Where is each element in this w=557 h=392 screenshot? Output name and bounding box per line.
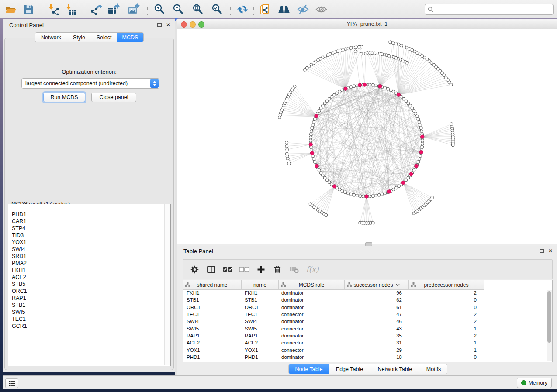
graph-node[interactable] — [418, 120, 421, 124]
float-panel-button[interactable] — [156, 22, 163, 28]
graph-node[interactable] — [311, 127, 314, 130]
graph-node[interactable] — [368, 83, 371, 86]
mcds-hub-node[interactable] — [401, 181, 405, 184]
graph-node[interactable] — [389, 89, 392, 92]
mcds-result-item[interactable]: PMA2 — [12, 260, 164, 267]
task-history-button[interactable] — [5, 378, 18, 388]
graph-node[interactable] — [278, 116, 281, 119]
graph-node[interactable] — [394, 42, 398, 45]
mcds-result-item[interactable]: STP4 — [12, 225, 164, 232]
graph-node[interactable] — [419, 155, 422, 158]
table-settings-button[interactable] — [188, 263, 201, 275]
tab-select[interactable]: Select — [91, 33, 117, 42]
graph-node[interactable] — [311, 124, 315, 127]
import-table-button[interactable] — [64, 3, 77, 16]
graph-node[interactable] — [344, 191, 347, 194]
zoom-out-button[interactable] — [172, 3, 185, 16]
tab-network[interactable]: Network — [35, 33, 67, 42]
network-graph[interactable] — [177, 29, 557, 244]
graph-node[interactable] — [312, 158, 315, 161]
memory-button[interactable]: Memory — [517, 378, 552, 388]
hide-panel-button[interactable] — [296, 3, 309, 16]
import-network-button[interactable] — [47, 3, 60, 16]
mcds-hub-node[interactable] — [397, 93, 400, 96]
table-row[interactable]: SWI4SWI4dominator462 — [183, 318, 547, 325]
open-file-button[interactable] — [4, 3, 17, 16]
share-document-button[interactable] — [259, 3, 272, 16]
graph-node[interactable] — [362, 195, 365, 198]
graph-node[interactable] — [420, 130, 423, 133]
tab-style[interactable]: Style — [67, 33, 91, 42]
tab-mcds[interactable]: MCDS — [117, 33, 143, 42]
delete-column-button[interactable] — [271, 263, 284, 275]
mcds-result-item[interactable]: TID3 — [12, 232, 164, 239]
graph-node[interactable] — [312, 120, 315, 124]
export-network-button[interactable] — [90, 3, 103, 16]
close-panel-icon-button[interactable]: ✕ — [165, 22, 171, 28]
close-table-panel-button[interactable]: ✕ — [547, 248, 554, 254]
mcds-hub-node[interactable] — [358, 83, 361, 87]
mcds-hub-node[interactable] — [378, 85, 382, 88]
column-header-successor-nodes[interactable]: successor nodes — [345, 280, 409, 290]
graph-node[interactable] — [353, 85, 356, 88]
deselect-all-rows-button[interactable] — [238, 263, 250, 275]
graph-node[interactable] — [341, 189, 344, 193]
graph-node[interactable] — [310, 130, 313, 133]
graph-node[interactable] — [384, 192, 387, 195]
mcds-result-item[interactable]: TEC1 — [12, 316, 164, 323]
graph-node[interactable] — [286, 148, 289, 151]
graph-node[interactable] — [309, 133, 312, 136]
show-columns-button[interactable] — [205, 263, 217, 275]
graph-node[interactable] — [325, 213, 328, 217]
graph-node[interactable] — [419, 127, 422, 130]
graph-node[interactable] — [450, 123, 453, 126]
mcds-result-item[interactable]: PHD1 — [12, 211, 164, 218]
delete-table-button[interactable] — [288, 263, 300, 275]
table-row[interactable]: ACE2ACE2connector311 — [183, 339, 547, 346]
graph-node[interactable] — [421, 142, 424, 145]
column-header-name[interactable]: name — [242, 280, 279, 290]
tab-node-table[interactable]: Node Table — [289, 364, 329, 374]
graph-node[interactable] — [309, 136, 312, 139]
zoom-fit-button[interactable] — [191, 3, 204, 16]
table-row[interactable]: FKH1FKH1dominator962 — [183, 289, 547, 296]
mcds-hub-node[interactable] — [421, 135, 424, 138]
select-all-rows-button[interactable] — [221, 263, 234, 275]
graph-node[interactable] — [431, 196, 434, 199]
graph-node[interactable] — [381, 193, 384, 196]
graph-node[interactable] — [417, 161, 420, 164]
mcds-hub-node[interactable] — [310, 151, 314, 155]
graph-node[interactable] — [349, 86, 353, 89]
graph-node[interactable] — [285, 144, 288, 148]
function-builder-button[interactable]: f(x) — [304, 263, 320, 275]
mcds-hub-node[interactable] — [409, 172, 413, 176]
mcds-result-item[interactable]: FKH1 — [12, 267, 164, 274]
result-scrollbar[interactable] — [164, 204, 170, 365]
criterion-dropdown[interactable]: largest connected component (undirected) — [21, 78, 159, 89]
graph-node[interactable] — [341, 89, 344, 92]
mcds-result-item[interactable]: STB1 — [12, 302, 164, 309]
mcds-result-item[interactable]: RAP1 — [12, 295, 164, 302]
mcds-result-item[interactable]: SRD1 — [12, 253, 164, 260]
graph-node[interactable] — [287, 162, 291, 165]
table-row[interactable]: YOX1YOX1connector291 — [183, 346, 547, 353]
network-canvas[interactable] — [177, 29, 557, 244]
mcds-result-item[interactable]: GCR1 — [12, 323, 164, 330]
table-row[interactable]: SWI5SWI5connector431 — [183, 325, 547, 332]
column-header-predecessor-nodes[interactable]: predecessor nodes — [409, 280, 484, 290]
table-row[interactable]: RAP1RAP1dominator352 — [183, 332, 547, 339]
refresh-layout-button[interactable] — [236, 3, 249, 16]
search-input[interactable] — [435, 6, 553, 13]
mcds-result-item[interactable]: CAR1 — [12, 218, 164, 225]
mcds-hub-node[interactable] — [419, 150, 423, 154]
graph-node[interactable] — [366, 52, 369, 55]
mcds-result-item[interactable]: YOX1 — [12, 239, 164, 246]
graph-node[interactable] — [353, 193, 356, 196]
graph-node[interactable] — [392, 90, 395, 93]
graph-node[interactable] — [389, 41, 392, 44]
add-column-button[interactable] — [255, 263, 267, 275]
table-row[interactable]: PHD1PHD1dominator180 — [183, 354, 547, 361]
tab-motifs[interactable]: Motifs — [420, 364, 447, 374]
graph-node[interactable] — [371, 83, 374, 86]
graph-node[interactable] — [391, 41, 394, 45]
